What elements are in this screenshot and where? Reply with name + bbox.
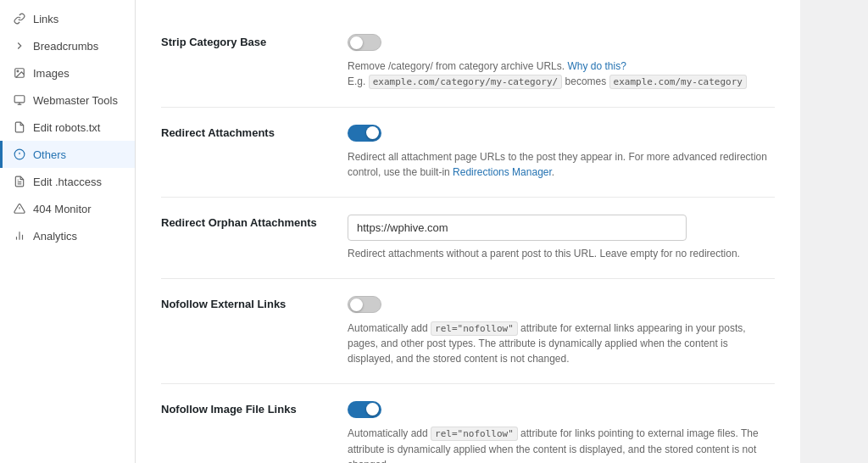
sidebar-item-label: Webmaster Tools [33,94,118,107]
sidebar-item-label: Links [33,13,58,25]
sidebar-item-images[interactable]: Images [0,59,135,86]
setting-label-redirect-orphan: Redirect Orphan Attachments [161,215,331,261]
others-icon [13,148,26,161]
code-snippet: example.com/my-category [609,75,747,89]
setting-row-redirect-orphan: Redirect Orphan AttachmentsRedirect atta… [161,198,775,279]
setting-description: Redirect attachments without a parent po… [348,246,775,261]
sidebar-item-label: Edit .htaccess [33,176,102,188]
toggle-track [348,401,381,418]
sidebar-item-webmaster-tools[interactable]: Webmaster Tools [0,86,135,114]
setting-content-redirect-orphan: Redirect attachments without a parent po… [348,215,775,261]
sidebar-item-links[interactable]: Links [0,5,135,32]
sidebar-item-label: Analytics [33,230,77,243]
toggle-redirect-attachments[interactable] [348,125,381,142]
toggle-track [348,296,381,313]
setting-label-redirect-attachments: Redirect Attachments [161,125,331,180]
setting-row-nofollow-external: Nofollow External LinksAutomatically add… [161,279,775,385]
setting-content-strip-category-base: Remove /category/ from category archive … [348,34,775,90]
code-snippet: example.com/category/my-category/ [369,75,563,89]
description-link[interactable]: Why do this? [567,60,626,72]
webmaster-icon [13,93,26,107]
link-icon [13,12,26,25]
setting-label-nofollow-external: Nofollow External Links [161,296,331,367]
setting-row-strip-category-base: Strip Category BaseRemove /category/ fro… [161,17,775,108]
sidebar-item-edit-htaccess[interactable]: Edit .htaccess [0,168,135,195]
code-snippet: rel="nofollow" [431,427,518,441]
sidebar-item-others[interactable]: Others [0,141,135,168]
sidebar-item-edit-robots[interactable]: Edit robots.txt [0,114,135,141]
toggle-track [348,125,381,142]
sidebar-item-label: Edit robots.txt [33,121,100,134]
sidebar-item-label: Others [33,148,66,161]
image-icon [13,66,26,80]
chart-icon [13,229,26,243]
description-link[interactable]: Redirections Manager [453,166,552,178]
toggle-track [348,34,381,51]
input-redirect-orphan[interactable] [348,215,687,241]
setting-label-nofollow-image-links: Nofollow Image File Links [161,401,331,463]
file2-icon [13,175,26,188]
setting-row-redirect-attachments: Redirect AttachmentsRedirect all attachm… [161,108,775,198]
toggle-nofollow-external[interactable] [348,296,381,313]
monitor-icon [13,202,26,215]
sidebar: LinksBreadcrumbsImagesWebmaster ToolsEdi… [0,0,136,463]
setting-row-nofollow-image-links: Nofollow Image File LinksAutomatically a… [161,384,775,463]
file-icon [13,120,26,134]
code-snippet: rel="nofollow" [431,321,518,336]
svg-rect-2 [14,96,25,103]
toggle-thumb [366,126,379,139]
setting-label-strip-category-base: Strip Category Base [161,34,331,90]
sidebar-item-label: Breadcrumbs [33,40,98,53]
sidebar-item-label: Images [33,67,70,80]
svg-point-1 [17,70,19,72]
toggle-thumb [350,36,363,49]
sidebar-item-label: 404 Monitor [33,203,92,215]
main-content: Strip Category BaseRemove /category/ fro… [136,0,800,463]
setting-content-redirect-attachments: Redirect all attachment page URLs to the… [348,125,775,180]
setting-content-nofollow-external: Automatically add rel="nofollow" attribu… [348,296,775,367]
sidebar-item-breadcrumbs[interactable]: Breadcrumbs [0,32,135,59]
setting-content-nofollow-image-links: Automatically add rel="nofollow" attribu… [348,401,775,463]
breadcrumb-icon [13,39,26,53]
app-layout: LinksBreadcrumbsImagesWebmaster ToolsEdi… [0,0,868,463]
toggle-strip-category-base[interactable] [348,34,381,51]
toggle-nofollow-image-links[interactable] [348,401,381,418]
toggle-thumb [366,403,379,416]
sidebar-item-analytics[interactable]: Analytics [0,222,135,249]
right-panel [800,0,868,463]
sidebar-item-monitor-404[interactable]: 404 Monitor [0,195,135,222]
toggle-thumb [350,298,363,311]
